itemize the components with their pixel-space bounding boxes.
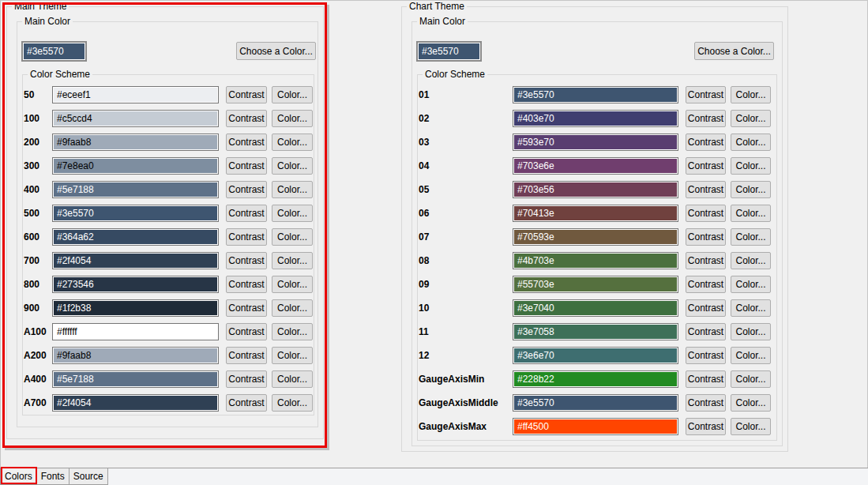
color-picker-button[interactable]: Color... <box>272 276 313 293</box>
contrast-button[interactable]: Contrast <box>686 133 726 151</box>
color-value-field[interactable]: #703e6e <box>513 157 678 175</box>
color-value-field[interactable]: #364a62 <box>52 228 219 246</box>
contrast-button[interactable]: Contrast <box>686 86 726 103</box>
color-picker-button[interactable]: Color... <box>272 252 313 269</box>
color-picker-button[interactable]: Color... <box>731 276 771 293</box>
color-value-field[interactable]: #403e70 <box>513 110 678 127</box>
contrast-button[interactable]: Contrast <box>686 299 726 317</box>
contrast-button[interactable]: Contrast <box>686 394 726 412</box>
color-picker-button[interactable]: Color... <box>272 86 313 103</box>
color-picker-button[interactable]: Color... <box>272 299 313 317</box>
color-picker-button[interactable]: Color... <box>731 347 771 364</box>
color-picker-button[interactable]: Color... <box>731 323 771 340</box>
color-value-field[interactable]: #273546 <box>52 276 219 293</box>
contrast-button[interactable]: Contrast <box>686 205 726 222</box>
contrast-button[interactable]: Contrast <box>226 133 267 151</box>
color-value-field[interactable]: #eceef1 <box>52 86 219 103</box>
color-value-field[interactable]: #703e56 <box>513 181 678 198</box>
color-picker-button[interactable]: Color... <box>272 394 313 412</box>
chart-theme-group-title: Chart Theme <box>407 1 467 12</box>
color-value-field[interactable]: #55703e <box>513 276 678 293</box>
color-value-field[interactable]: #ff4500 <box>513 418 678 435</box>
color-value-field[interactable]: #5e7188 <box>52 370 219 388</box>
color-value-field[interactable]: #1f2b38 <box>52 299 219 317</box>
main-color-swatch[interactable]: #3e5570 <box>21 41 87 62</box>
color-value-field[interactable]: #3e7058 <box>513 323 678 340</box>
tab-label: Source <box>73 471 103 482</box>
color-picker-button[interactable]: Color... <box>731 86 771 103</box>
contrast-button[interactable]: Contrast <box>226 347 267 364</box>
color-picker-button[interactable]: Color... <box>731 181 771 198</box>
tab-fonts[interactable]: Fonts <box>37 468 70 485</box>
color-value-field[interactable]: #4b703e <box>513 252 678 269</box>
color-value-field[interactable]: #70593e <box>513 228 678 246</box>
color-picker-button[interactable]: Color... <box>731 133 771 151</box>
color-value-field[interactable]: #c5ccd4 <box>52 110 219 127</box>
contrast-button[interactable]: Contrast <box>226 370 267 388</box>
color-picker-button[interactable]: Color... <box>272 133 313 151</box>
color-value-field[interactable]: #3e7040 <box>513 299 678 317</box>
contrast-button[interactable]: Contrast <box>686 276 726 293</box>
color-value-field[interactable]: #7e8ea0 <box>52 157 219 175</box>
color-value-field[interactable]: #9faab8 <box>52 347 219 364</box>
contrast-button[interactable]: Contrast <box>226 323 267 340</box>
color-picker-button[interactable]: Color... <box>731 394 771 412</box>
contrast-button[interactable]: Contrast <box>686 347 726 364</box>
choose-color-button[interactable]: Choose a Color... <box>236 42 316 60</box>
color-value-field[interactable]: #3e5570 <box>513 86 678 103</box>
color-scheme-row-label: 08 <box>419 255 513 266</box>
color-picker-button[interactable]: Color... <box>731 299 771 317</box>
contrast-button[interactable]: Contrast <box>226 394 267 412</box>
contrast-button[interactable]: Contrast <box>686 181 726 198</box>
contrast-button[interactable]: Contrast <box>226 252 267 269</box>
contrast-button[interactable]: Contrast <box>686 252 726 269</box>
color-picker-button[interactable]: Color... <box>731 205 771 222</box>
color-scheme-row: 06#70413eContrastColor... <box>419 205 776 222</box>
contrast-button[interactable]: Contrast <box>686 418 726 435</box>
color-picker-button[interactable]: Color... <box>272 181 313 198</box>
color-picker-button[interactable]: Color... <box>731 252 771 269</box>
contrast-button[interactable]: Contrast <box>686 228 726 246</box>
color-scheme-row-label: 200 <box>24 137 52 148</box>
color-picker-button[interactable]: Color... <box>272 323 313 340</box>
color-picker-button[interactable]: Color... <box>731 110 771 127</box>
contrast-button[interactable]: Contrast <box>226 276 267 293</box>
color-value-field[interactable]: #228b22 <box>513 370 678 388</box>
color-scheme-row: 900#1f2b38ContrastColor... <box>24 299 313 317</box>
color-picker-button[interactable]: Color... <box>272 205 313 222</box>
color-picker-button[interactable]: Color... <box>272 370 313 388</box>
tab-source[interactable]: Source <box>70 468 108 485</box>
contrast-button[interactable]: Contrast <box>686 370 726 388</box>
contrast-button[interactable]: Contrast <box>226 228 267 246</box>
color-value-field[interactable]: #3e5570 <box>513 394 678 412</box>
color-value-field[interactable]: #ffffff <box>52 323 219 340</box>
color-picker-button[interactable]: Color... <box>272 347 313 364</box>
color-value-field[interactable]: #3e5570 <box>52 205 219 222</box>
color-value-field[interactable]: #593e70 <box>513 133 678 151</box>
color-picker-button[interactable]: Color... <box>272 157 313 175</box>
color-value-field[interactable]: #2f4054 <box>52 252 219 269</box>
main-color-swatch[interactable]: #3e5570 <box>416 41 482 62</box>
color-value-field[interactable]: #2f4054 <box>52 394 219 412</box>
contrast-button[interactable]: Contrast <box>226 181 267 198</box>
color-picker-button[interactable]: Color... <box>731 370 771 388</box>
contrast-button[interactable]: Contrast <box>226 157 267 175</box>
color-value-field[interactable]: #70413e <box>513 205 678 222</box>
color-picker-button[interactable]: Color... <box>731 418 771 435</box>
contrast-button[interactable]: Contrast <box>226 110 267 127</box>
color-value-field[interactable]: #5e7188 <box>52 181 219 198</box>
color-picker-button[interactable]: Color... <box>272 228 313 246</box>
contrast-button[interactable]: Contrast <box>686 323 726 340</box>
color-value-field[interactable]: #9faab8 <box>52 133 219 151</box>
color-picker-button[interactable]: Color... <box>731 157 771 175</box>
contrast-button[interactable]: Contrast <box>686 157 726 175</box>
color-picker-button[interactable]: Color... <box>272 110 313 127</box>
contrast-button[interactable]: Contrast <box>226 205 267 222</box>
contrast-button[interactable]: Contrast <box>226 86 267 103</box>
color-value-field[interactable]: #3e6e70 <box>513 347 678 364</box>
choose-color-button[interactable]: Choose a Color... <box>694 42 774 60</box>
contrast-button[interactable]: Contrast <box>226 299 267 317</box>
contrast-button[interactable]: Contrast <box>686 110 726 127</box>
tab-colors[interactable]: Colors <box>0 468 37 485</box>
color-picker-button[interactable]: Color... <box>731 228 771 246</box>
